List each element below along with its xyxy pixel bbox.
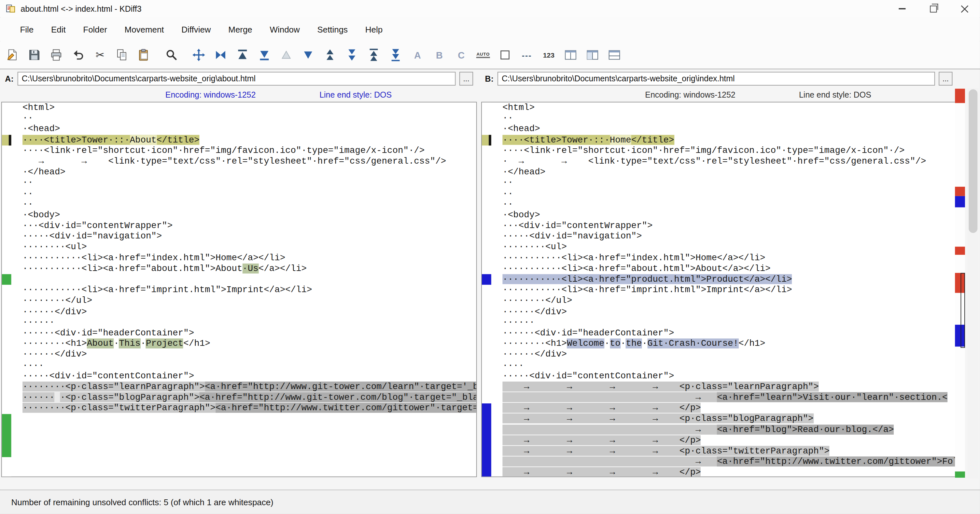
paneB-lines: <html>···<head>····<title>Tower·::·Home<… [491,103,956,477]
copy-icon [115,48,129,62]
paste-button[interactable] [134,44,154,65]
goto-last-delta-icon [258,48,271,62]
paneA-lines: <html>···<head>····<title>Tower·::·About… [11,103,476,477]
menu-window[interactable]: Window [261,21,309,38]
show-whitespace-characters-button[interactable] [495,44,515,65]
manual-diff-alignment-button[interactable] [211,44,231,65]
pane-b: B: C:\Users\brunobrito\Documents\carpart… [481,69,956,477]
code-line: ·····<div·id="navigation"> [503,231,956,242]
code-line: ···· [503,360,956,371]
code-line: ······</div> [22,306,476,317]
auto-advance-button[interactable]: AUTO [473,44,493,65]
code-line: ·····<div·id="contentContainer"> [22,371,476,382]
overview-diff-segment[interactable] [955,196,965,208]
menu-diffview[interactable]: Diffview [173,21,220,38]
code-line: ···········<li><a·href="imprint.html">Im… [503,285,956,296]
save-button[interactable] [24,44,44,65]
menu-folder[interactable]: Folder [74,21,116,38]
diff-margin-marker [2,135,11,145]
window-title: about.html <-> index.html - KDiff3 [21,4,141,13]
vertical-scrollbar[interactable] [967,88,979,479]
goto-next-unsolved-conflict-button[interactable] [385,44,405,65]
select-a-icon: A [414,50,421,60]
overview-diff-segment[interactable] [955,247,965,255]
goto-first-delta-button[interactable] [232,44,252,65]
select-c-icon: C [458,50,465,60]
overview-diff-segment[interactable] [955,471,965,478]
show-line-numbers-button[interactable]: 123 [539,44,559,65]
select-lines-a-button[interactable]: A [407,44,428,65]
code-line: ·· [503,188,956,199]
menu-edit[interactable]: Edit [42,21,74,38]
print-button[interactable] [46,44,66,65]
overview-column[interactable] [955,88,965,479]
view-split-vertical-button[interactable] [561,44,581,65]
pane-b-code-area[interactable]: <html>···<head>····<title>Tower·::·Home<… [481,102,956,477]
code-line: ·· [22,199,476,210]
code-line: ····<title>Tower·::·About</title> [22,135,476,145]
diff-margin-marker [2,414,11,457]
pane-a-browse-button[interactable]: ... [460,72,473,86]
copy-button[interactable] [112,44,132,65]
menu-file[interactable]: File [11,21,43,38]
code-line: ·<body> [503,210,956,221]
pane-b-label: B: [485,74,493,83]
cut-button[interactable]: ✂ [90,44,110,65]
code-line: ·····<div·id="contentContainer"> [503,371,956,382]
diff-margin-marker [482,135,491,145]
show-whitespace-button[interactable]: --- [517,44,537,65]
code-line: ······</div> [503,349,956,360]
find-button[interactable] [161,44,181,65]
select-lines-c-button[interactable]: C [451,44,471,65]
code-line: ···········<li><a·href="imprint.html">Im… [22,285,476,296]
restore-icon [929,5,936,12]
select-lines-b-button[interactable]: B [430,44,449,65]
code-line: ·· [22,113,476,124]
code-line: ····<link·rel="shortcut·icon"·href="img/… [22,145,476,156]
menu-settings[interactable]: Settings [309,21,356,38]
code-line: ········</ul> [22,296,476,306]
save-icon [27,48,41,62]
overview-diff-segment[interactable] [955,187,965,196]
goto-next-delta-button[interactable] [298,44,318,65]
code-line: ····<title>Tower·::·Home</title> [503,135,956,145]
code-line: ·····<div·id="navigation"> [22,231,476,242]
overview-view-range [961,273,965,348]
pane-b-path-field[interactable]: C:\Users\brunobrito\Documents\carparts-w… [497,72,935,86]
goto-prev-unsolved-conflict-button[interactable] [364,44,383,65]
view-split-horizontal-button[interactable] [604,44,624,65]
vertical-scrollbar-thumb[interactable] [969,89,977,233]
code-line: ········<p·class="twitterParagraph"><a·h… [22,403,476,414]
goto-prev-delta-button[interactable] [276,44,296,65]
minimize-button[interactable] [886,0,918,17]
menu-merge[interactable]: Merge [220,21,261,38]
pane-b-info-row: Encoding: windows-1252 Line end style: D… [481,88,956,102]
pane-a-encoding-label: Encoding: windows-1252 [165,90,256,100]
menu-help[interactable]: Help [356,21,391,38]
view-split-horizontal-icon [608,48,621,62]
goto-last-delta-button[interactable] [254,44,274,65]
goto-current-delta-button[interactable] [189,44,209,65]
pane-b-browse-button[interactable]: ... [939,72,952,86]
pane-a-path-field[interactable]: C:\Users\brunobrito\Documents\carparts-w… [17,72,455,86]
code-line: <html> [503,103,956,113]
status-text: Number of remaining unsolved conflicts: … [11,497,274,507]
app-icon [6,4,16,14]
goto-prev-delta-icon [279,48,293,62]
maximize-button[interactable] [918,0,949,17]
pane-splitter[interactable] [477,102,481,477]
goto-next-conflict-button[interactable] [342,44,362,65]
undo-button[interactable] [68,44,88,65]
view-split-focus-button[interactable] [582,44,602,65]
code-line: → → → → </p> [503,435,956,446]
code-line: → → → → <p·class="blogParagraph"> [503,414,956,425]
open-document-button[interactable] [3,44,22,65]
pane-a-code-area[interactable]: <html>···<head>····<title>Tower·::·About… [1,102,477,477]
goto-prev-conflict-button[interactable] [320,44,340,65]
close-button[interactable] [949,0,980,17]
overview-diff-segment[interactable] [955,89,965,103]
auto-advance-icon: AUTO [476,52,490,58]
print-icon [49,48,63,62]
code-line: ······</div> [503,306,956,317]
menu-movement[interactable]: Movement [116,21,173,38]
